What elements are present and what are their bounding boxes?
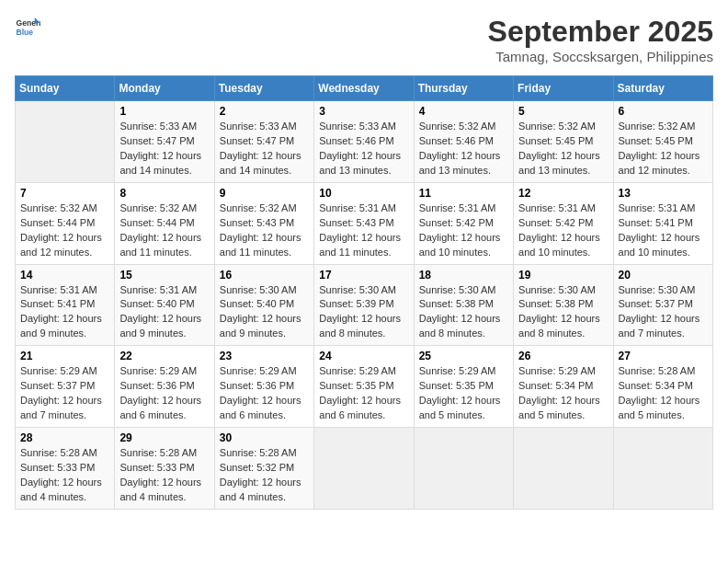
day-info: Sunrise: 5:30 AM Sunset: 5:40 PM Dayligh…	[220, 283, 309, 342]
calendar-cell: 19Sunrise: 5:30 AM Sunset: 5:38 PM Dayli…	[514, 264, 613, 346]
calendar-cell: 13Sunrise: 5:31 AM Sunset: 5:41 PM Dayli…	[613, 182, 712, 264]
day-number: 25	[419, 350, 508, 362]
calendar-cell: 27Sunrise: 5:28 AM Sunset: 5:34 PM Dayli…	[613, 346, 712, 428]
calendar-cell: 12Sunrise: 5:31 AM Sunset: 5:42 PM Dayli…	[514, 182, 613, 264]
day-number: 4	[419, 105, 508, 118]
day-info: Sunrise: 5:31 AM Sunset: 5:41 PM Dayligh…	[619, 201, 708, 260]
calendar-cell: 3Sunrise: 5:33 AM Sunset: 5:46 PM Daylig…	[314, 101, 414, 183]
calendar-cell: 11Sunrise: 5:31 AM Sunset: 5:42 PM Dayli…	[414, 182, 513, 264]
page-header: General Blue General Blue September 2025…	[15, 15, 713, 64]
calendar-cell: 9Sunrise: 5:32 AM Sunset: 5:43 PM Daylig…	[214, 182, 313, 264]
calendar-cell: 10Sunrise: 5:31 AM Sunset: 5:43 PM Dayli…	[314, 182, 414, 264]
day-number: 5	[518, 105, 608, 118]
calendar-cell	[314, 428, 414, 510]
weekday-header: Monday	[115, 76, 214, 101]
day-number: 18	[419, 269, 508, 282]
location-subtitle: Tamnag, Soccsksargen, Philippines	[488, 49, 713, 64]
day-info: Sunrise: 5:32 AM Sunset: 5:44 PM Dayligh…	[119, 201, 209, 260]
day-info: Sunrise: 5:28 AM Sunset: 5:32 PM Dayligh…	[220, 446, 309, 505]
calendar-cell: 29Sunrise: 5:28 AM Sunset: 5:33 PM Dayli…	[115, 428, 214, 510]
calendar-week-row: 7Sunrise: 5:32 AM Sunset: 5:44 PM Daylig…	[16, 182, 713, 264]
day-number: 15	[119, 269, 209, 282]
day-info: Sunrise: 5:29 AM Sunset: 5:34 PM Dayligh…	[518, 364, 608, 423]
calendar-cell: 7Sunrise: 5:32 AM Sunset: 5:44 PM Daylig…	[16, 182, 115, 264]
day-number: 17	[319, 269, 408, 282]
calendar-cell	[514, 428, 613, 510]
day-info: Sunrise: 5:30 AM Sunset: 5:38 PM Dayligh…	[518, 283, 608, 342]
calendar-cell: 18Sunrise: 5:30 AM Sunset: 5:38 PM Dayli…	[414, 264, 513, 346]
day-number: 2	[220, 105, 309, 118]
day-info: Sunrise: 5:32 AM Sunset: 5:46 PM Dayligh…	[419, 120, 508, 178]
day-info: Sunrise: 5:31 AM Sunset: 5:42 PM Dayligh…	[419, 201, 508, 260]
calendar-cell: 6Sunrise: 5:32 AM Sunset: 5:45 PM Daylig…	[613, 101, 712, 183]
calendar-cell: 17Sunrise: 5:30 AM Sunset: 5:39 PM Dayli…	[314, 264, 414, 346]
calendar-cell	[613, 428, 712, 510]
day-info: Sunrise: 5:30 AM Sunset: 5:38 PM Dayligh…	[419, 283, 508, 342]
calendar-table: SundayMondayTuesdayWednesdayThursdayFrid…	[15, 75, 713, 510]
day-info: Sunrise: 5:31 AM Sunset: 5:40 PM Dayligh…	[119, 283, 209, 342]
weekday-header: Saturday	[613, 76, 712, 101]
calendar-cell: 16Sunrise: 5:30 AM Sunset: 5:40 PM Dayli…	[214, 264, 313, 346]
day-info: Sunrise: 5:30 AM Sunset: 5:37 PM Dayligh…	[619, 283, 708, 342]
calendar-cell: 23Sunrise: 5:29 AM Sunset: 5:36 PM Dayli…	[214, 346, 313, 428]
day-number: 29	[119, 431, 209, 444]
day-number: 6	[619, 105, 708, 118]
day-info: Sunrise: 5:32 AM Sunset: 5:45 PM Dayligh…	[518, 120, 608, 178]
day-number: 9	[220, 187, 309, 200]
day-info: Sunrise: 5:33 AM Sunset: 5:47 PM Dayligh…	[220, 120, 309, 178]
day-info: Sunrise: 5:32 AM Sunset: 5:45 PM Dayligh…	[619, 120, 708, 178]
day-number: 11	[419, 187, 508, 200]
calendar-cell: 22Sunrise: 5:29 AM Sunset: 5:36 PM Dayli…	[115, 346, 214, 428]
weekday-header: Tuesday	[214, 76, 313, 101]
day-info: Sunrise: 5:29 AM Sunset: 5:36 PM Dayligh…	[119, 364, 209, 423]
calendar-cell: 1Sunrise: 5:33 AM Sunset: 5:47 PM Daylig…	[115, 101, 214, 183]
weekday-header: Sunday	[16, 76, 115, 101]
calendar-cell: 14Sunrise: 5:31 AM Sunset: 5:41 PM Dayli…	[16, 264, 115, 346]
day-number: 20	[619, 269, 708, 282]
day-info: Sunrise: 5:28 AM Sunset: 5:33 PM Dayligh…	[20, 446, 109, 505]
calendar-cell: 26Sunrise: 5:29 AM Sunset: 5:34 PM Dayli…	[514, 346, 613, 428]
day-number: 16	[220, 269, 309, 282]
day-number: 30	[220, 431, 309, 444]
day-number: 23	[220, 350, 309, 362]
day-info: Sunrise: 5:32 AM Sunset: 5:44 PM Dayligh…	[20, 201, 109, 260]
calendar-header-row: SundayMondayTuesdayWednesdayThursdayFrid…	[16, 76, 713, 101]
calendar-week-row: 14Sunrise: 5:31 AM Sunset: 5:41 PM Dayli…	[16, 264, 713, 346]
calendar-week-row: 1Sunrise: 5:33 AM Sunset: 5:47 PM Daylig…	[16, 101, 713, 183]
day-info: Sunrise: 5:29 AM Sunset: 5:35 PM Dayligh…	[419, 364, 508, 423]
logo: General Blue General Blue	[15, 15, 40, 40]
svg-text:Blue: Blue	[17, 28, 34, 37]
calendar-cell: 20Sunrise: 5:30 AM Sunset: 5:37 PM Dayli…	[613, 264, 712, 346]
day-number: 22	[119, 350, 209, 362]
day-number: 10	[319, 187, 408, 200]
calendar-cell: 25Sunrise: 5:29 AM Sunset: 5:35 PM Dayli…	[414, 346, 513, 428]
day-number: 12	[518, 187, 608, 200]
calendar-cell: 8Sunrise: 5:32 AM Sunset: 5:44 PM Daylig…	[115, 182, 214, 264]
weekday-header: Wednesday	[314, 76, 414, 101]
calendar-cell: 5Sunrise: 5:32 AM Sunset: 5:45 PM Daylig…	[514, 101, 613, 183]
day-number: 19	[518, 269, 608, 282]
day-info: Sunrise: 5:33 AM Sunset: 5:46 PM Dayligh…	[319, 120, 408, 178]
calendar-cell: 15Sunrise: 5:31 AM Sunset: 5:40 PM Dayli…	[115, 264, 214, 346]
calendar-week-row: 21Sunrise: 5:29 AM Sunset: 5:37 PM Dayli…	[16, 346, 713, 428]
day-info: Sunrise: 5:32 AM Sunset: 5:43 PM Dayligh…	[220, 201, 309, 260]
weekday-header: Thursday	[414, 76, 513, 101]
day-info: Sunrise: 5:29 AM Sunset: 5:36 PM Dayligh…	[220, 364, 309, 423]
day-number: 26	[518, 350, 608, 362]
day-number: 28	[20, 431, 109, 444]
calendar-cell	[16, 101, 115, 183]
day-number: 14	[20, 269, 109, 282]
day-info: Sunrise: 5:33 AM Sunset: 5:47 PM Dayligh…	[119, 120, 209, 178]
day-info: Sunrise: 5:29 AM Sunset: 5:37 PM Dayligh…	[20, 364, 109, 423]
calendar-cell: 28Sunrise: 5:28 AM Sunset: 5:33 PM Dayli…	[16, 428, 115, 510]
calendar-cell	[414, 428, 513, 510]
day-number: 8	[119, 187, 209, 200]
day-info: Sunrise: 5:29 AM Sunset: 5:35 PM Dayligh…	[319, 364, 408, 423]
day-info: Sunrise: 5:31 AM Sunset: 5:42 PM Dayligh…	[518, 201, 608, 260]
day-info: Sunrise: 5:30 AM Sunset: 5:39 PM Dayligh…	[319, 283, 408, 342]
day-number: 7	[20, 187, 109, 200]
calendar-cell: 2Sunrise: 5:33 AM Sunset: 5:47 PM Daylig…	[214, 101, 313, 183]
day-number: 13	[619, 187, 708, 200]
calendar-cell: 24Sunrise: 5:29 AM Sunset: 5:35 PM Dayli…	[314, 346, 414, 428]
title-block: September 2025 Tamnag, Soccsksargen, Phi…	[488, 15, 713, 64]
